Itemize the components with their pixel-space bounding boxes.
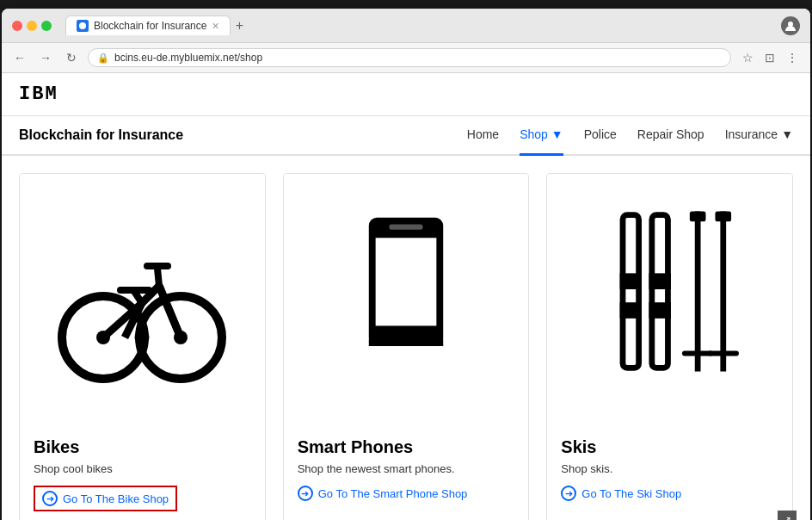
svg-point-0: [79, 22, 86, 29]
back-button[interactable]: ←: [10, 48, 29, 67]
new-tab-button[interactable]: +: [231, 17, 248, 34]
bike-icon: [47, 204, 237, 393]
nav-repair-shop[interactable]: Repair Shop: [637, 115, 704, 156]
svg-rect-27: [690, 211, 706, 221]
tab-close-icon[interactable]: ✕: [212, 21, 219, 32]
skis-title: Skis: [561, 437, 778, 457]
svg-rect-21: [619, 273, 641, 289]
browser-window: Blockchain for Insurance ✕ + ← → ↻ 🔒 bci…: [2, 9, 810, 520]
phones-title: Smart Phones: [298, 437, 515, 457]
nav-shop[interactable]: Shop ▼: [520, 115, 563, 156]
bikes-card-body: Bikes Shop cool bikes ➔ Go To The Bike S…: [20, 424, 265, 520]
svg-rect-23: [652, 215, 668, 368]
corner-expand-icon[interactable]: ↗: [778, 511, 797, 520]
bikes-arrow-icon: ➔: [42, 491, 58, 506]
browser-titlebar: Blockchain for Insurance ✕ +: [2, 9, 810, 43]
lock-icon: 🔒: [97, 53, 109, 64]
phones-desc: Shop the newest smart phones.: [298, 462, 515, 475]
nav-police[interactable]: Police: [584, 115, 617, 156]
nav-links: Home Shop ▼ Police Repair Shop Insurance…: [467, 115, 793, 156]
page-content: IBM Blockchain for Insurance Home Shop ▼…: [2, 73, 810, 520]
svg-point-13: [96, 331, 110, 344]
skis-link[interactable]: ➔ Go To The Ski Shop: [561, 486, 778, 501]
traffic-lights: [12, 21, 52, 31]
bikes-card-image: [20, 174, 265, 424]
site-title: Blockchain for Insurance: [19, 127, 183, 143]
address-bar[interactable]: 🔒 bcins.eu-de.mybluemix.net/shop: [88, 48, 731, 67]
minimize-button[interactable]: [27, 21, 37, 31]
tab-area: Blockchain for Insurance ✕ +: [65, 15, 774, 35]
skis-icon: [575, 204, 765, 393]
bikes-desc: Shop cool bikes: [34, 462, 251, 475]
insurance-dropdown-icon: ▼: [781, 127, 793, 141]
shop-grid: Bikes Shop cool bikes ➔ Go To The Bike S…: [2, 156, 810, 520]
site-nav: Blockchain for Insurance Home Shop ▼ Pol…: [2, 116, 810, 156]
svg-point-14: [174, 331, 188, 344]
svg-rect-25: [649, 302, 670, 319]
nav-home[interactable]: Home: [467, 115, 499, 156]
skis-arrow-icon: ➔: [561, 486, 576, 501]
bookmark-icon[interactable]: ☆: [738, 48, 757, 67]
svg-rect-22: [619, 302, 641, 319]
bikes-link[interactable]: ➔ Go To The Bike Shop: [34, 486, 177, 511]
toolbar-actions: ☆ ⊡ ⋮: [738, 48, 802, 67]
phones-link[interactable]: ➔ Go To The Smart Phone Shop: [298, 486, 515, 501]
close-button[interactable]: [12, 21, 22, 31]
bikes-card: Bikes Shop cool bikes ➔ Go To The Bike S…: [19, 173, 266, 520]
active-tab[interactable]: Blockchain for Insurance ✕: [65, 15, 231, 35]
phones-link-label: Go To The Smart Phone Shop: [318, 487, 468, 500]
bikes-title: Bikes: [34, 437, 251, 457]
svg-rect-20: [623, 215, 639, 368]
tab-title: Blockchain for Insurance: [94, 20, 206, 32]
skis-card: Skis Shop skis. ➔ Go To The Ski Shop: [546, 173, 793, 520]
shop-dropdown-icon: ▼: [551, 127, 563, 141]
skis-card-body: Skis Shop skis. ➔ Go To The Ski Shop: [547, 424, 792, 515]
skis-desc: Shop skis.: [561, 462, 778, 475]
tab-favicon: [77, 20, 89, 32]
ibm-header: IBM: [2, 73, 810, 116]
nav-insurance[interactable]: Insurance ▼: [725, 115, 793, 156]
svg-line-11: [157, 269, 159, 286]
menu-icon[interactable]: ⋮: [783, 48, 802, 67]
url-text: bcins.eu-de.mybluemix.net/shop: [114, 52, 262, 64]
skis-link-label: Go To The Ski Shop: [581, 487, 681, 500]
cast-icon[interactable]: ⊡: [760, 48, 779, 67]
browser-toolbar: ← → ↻ 🔒 bcins.eu-de.mybluemix.net/shop ☆…: [2, 43, 810, 73]
page-wrapper: IBM Blockchain for Insurance Home Shop ▼…: [2, 73, 810, 520]
svg-rect-19: [369, 339, 443, 346]
forward-button[interactable]: →: [36, 48, 55, 67]
phones-arrow-icon: ➔: [298, 486, 313, 501]
ibm-logo: IBM: [19, 84, 793, 105]
svg-rect-30: [715, 211, 731, 221]
phones-card-body: Smart Phones Shop the newest smart phone…: [284, 424, 529, 515]
skis-card-image: [547, 174, 792, 424]
svg-rect-18: [389, 225, 422, 230]
phones-card: Smart Phones Shop the newest smart phone…: [283, 173, 530, 520]
svg-rect-24: [649, 273, 670, 289]
user-avatar[interactable]: [781, 16, 800, 35]
phones-card-image: [284, 174, 529, 424]
phone-icon: [311, 204, 501, 393]
bikes-link-label: Go To The Bike Shop: [63, 492, 169, 505]
svg-rect-17: [376, 238, 437, 325]
refresh-button[interactable]: ↻: [62, 48, 81, 67]
maximize-button[interactable]: [41, 21, 52, 31]
